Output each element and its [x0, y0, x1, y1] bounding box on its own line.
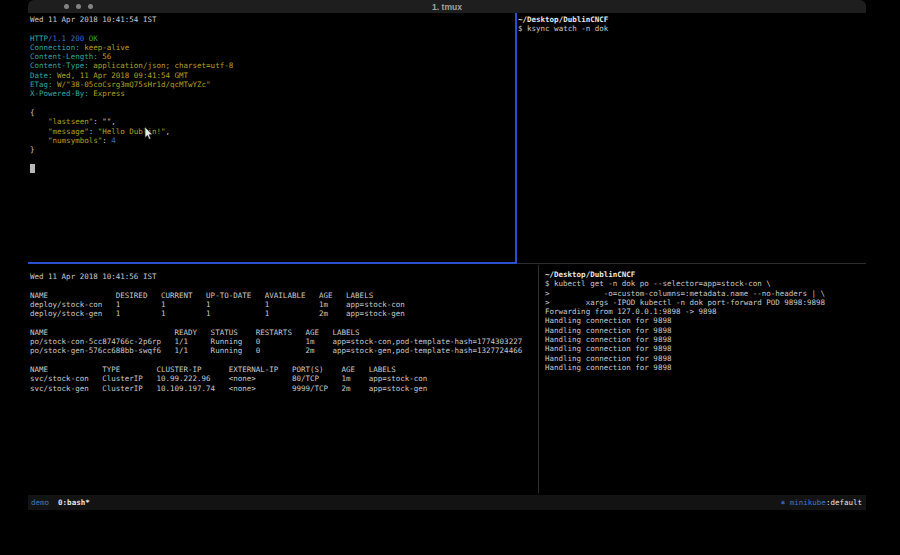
text-cursor	[30, 164, 35, 173]
terminal-text-segment: deploy/stock-gen 1 1 1 1 2m app=stock-ge…	[30, 309, 405, 318]
terminal-text-segment	[30, 127, 48, 136]
terminal-text-segment	[30, 136, 48, 145]
pane-border-horizontal-active	[28, 262, 517, 264]
terminal-text-segment: Handling connection for 9898	[545, 335, 671, 344]
status-right: ⎈ minikube:default	[781, 495, 862, 510]
terminal-text-segment: po/stock-gen-576cc688bb-swqf6 1/1 Runnin…	[30, 346, 522, 355]
terminal-line: "message": "Hello Dublin!",	[30, 127, 515, 136]
window-tab-bash[interactable]: 0:bash*	[58, 498, 90, 507]
terminal-text-segment: > xargs -IPOD kubectl -n dok port-forwar…	[545, 298, 825, 307]
terminal-text-segment: "numsymbols"	[48, 136, 102, 145]
terminal-text-segment: "lastseen"	[48, 117, 93, 126]
terminal-text-segment: ETag:	[30, 80, 53, 89]
terminal-line: "lastseen": "",	[30, 117, 515, 126]
terminal-line: po/stock-con-5cc874766c-2p6rp 1/1 Runnin…	[30, 337, 536, 346]
terminal-text-segment: $ kubectl get -n dok po --selector=app=s…	[545, 279, 771, 288]
terminal-line: Date: Wed, 11 Apr 2018 09:41:54 GMT	[30, 71, 515, 80]
terminal-text-segment: : "",	[93, 117, 116, 126]
tmux-pane-ksync[interactable]: ~/Desktop/DublinCNCF$ ksync watch -n dok	[518, 15, 864, 34]
terminal-line: Handling connection for 9898	[545, 335, 864, 344]
terminal-line: Wed 11 Apr 2018 10:41:54 IST	[30, 15, 515, 24]
terminal-text-segment: application/json; charset=utf-8	[89, 61, 234, 70]
terminal-text-segment: 4	[111, 136, 116, 145]
terminal-line: ~/Desktop/DublinCNCF	[545, 270, 864, 279]
terminal-text-segment: Handling connection for 9898	[545, 354, 671, 363]
terminal-text-segment: :	[102, 136, 111, 145]
terminal-line	[30, 356, 536, 365]
terminal-text-segment: NAME DESIRED CURRENT UP-TO-DATE AVAILABL…	[30, 291, 373, 300]
terminal-text-segment: ,	[165, 127, 170, 136]
terminal-text-segment: W/"38-05coCsrg3mQ75sHr1d/qcMTwYZc"	[53, 80, 211, 89]
terminal-text-segment: }	[30, 145, 35, 154]
terminal-text-segment: Wed, 11 Apr 2018 09:41:54 GMT	[53, 71, 188, 80]
terminal-line: }	[30, 145, 515, 154]
terminal-line: deploy/stock-gen 1 1 1 1 2m app=stock-ge…	[30, 309, 536, 318]
terminal-text-segment: deploy/stock-con 1 1 1 1 1m app=stock-co…	[30, 300, 405, 309]
terminal-text-segment: keep-alive	[80, 43, 130, 52]
terminal-line	[30, 154, 515, 163]
kube-namespace: :default	[826, 498, 862, 507]
terminal-line: Content-Length: 56	[30, 52, 515, 61]
terminal-text-segment: X-Powered-By:	[30, 89, 89, 98]
desktop: 1. tmux Wed 11 Apr 2018 10:41:54 ISTHTTP…	[0, 0, 900, 555]
terminal-text-segment: NAME READY STATUS RESTARTS AGE LABELS	[30, 328, 360, 337]
terminal-line	[30, 318, 536, 327]
terminal-text-segment: svc/stock-gen ClusterIP 10.109.197.74 <n…	[30, 384, 427, 393]
terminal-line: > -o=custom-columns=:metadata.name --no-…	[545, 289, 864, 298]
terminal-line	[30, 99, 515, 108]
session-name: demo	[31, 498, 49, 507]
terminal-line: Content-Type: application/json; charset=…	[30, 61, 515, 70]
terminal-line: Handling connection for 9898	[545, 344, 864, 353]
terminal-line: NAME READY STATUS RESTARTS AGE LABELS	[30, 328, 536, 337]
tmux-pane-kubectl-get[interactable]: Wed 11 Apr 2018 10:41:56 ISTNAME DESIRED…	[30, 272, 536, 393]
terminal-line: $ kubectl get -n dok po --selector=app=s…	[545, 279, 864, 288]
tmux-pane-port-forward[interactable]: ~/Desktop/DublinCNCF$ kubectl get -n dok…	[545, 270, 864, 372]
terminal-text-segment: $ ksync watch -n dok	[518, 24, 608, 33]
terminal-line: po/stock-gen-576cc688bb-swqf6 1/1 Runnin…	[30, 346, 536, 355]
terminal-window: 1. tmux Wed 11 Apr 2018 10:41:54 ISTHTTP…	[28, 0, 866, 511]
terminal-text-segment: HTTP	[30, 34, 48, 43]
terminal-text-segment: Date:	[30, 71, 53, 80]
pane-border-vertical-top	[515, 13, 517, 263]
terminal-text-segment: ~/Desktop/DublinCNCF	[545, 270, 635, 279]
terminal-line	[30, 281, 536, 290]
terminal-text-segment	[30, 117, 48, 126]
terminal-text-segment: "message"	[48, 127, 89, 136]
terminal-text-segment: Wed 11 Apr 2018 10:41:56 IST	[30, 272, 156, 281]
tmux-status-bar: demo 0:bash* ⎈ minikube:default	[28, 495, 866, 510]
terminal-line: Forwarding from 127.0.0.1:9898 -> 9898	[545, 307, 864, 316]
pane-border-vertical-bottom	[538, 265, 539, 493]
terminal-text-segment: Handling connection for 9898	[545, 363, 671, 372]
status-spacer	[49, 498, 58, 507]
terminal-text-segment: Forwarding from 127.0.0.1:9898 -> 9898	[545, 307, 717, 316]
terminal-text-segment: Handling connection for 9898	[545, 326, 671, 335]
terminal-line: ETag: W/"38-05coCsrg3mQ75sHr1d/qcMTwYZc"	[30, 80, 515, 89]
terminal-line: deploy/stock-con 1 1 1 1 1m app=stock-co…	[30, 300, 536, 309]
terminal-text-segment: /1.1 200	[48, 34, 84, 43]
mouse-cursor-icon	[144, 125, 153, 144]
window-titlebar[interactable]: 1. tmux	[28, 0, 866, 13]
terminal-line: NAME TYPE CLUSTER-IP EXTERNAL-IP PORT(S)…	[30, 365, 536, 374]
terminal-text-segment: Handling connection for 9898	[545, 344, 671, 353]
terminal-line	[30, 164, 515, 173]
terminal-line: HTTP/1.1 200 OK	[30, 34, 515, 43]
tmux-pane-http-response[interactable]: Wed 11 Apr 2018 10:41:54 ISTHTTP/1.1 200…	[30, 15, 515, 173]
terminal-line: ~/Desktop/DublinCNCF	[518, 15, 864, 24]
terminal-line: > xargs -IPOD kubectl -n dok port-forwar…	[545, 298, 864, 307]
terminal-line: "numsymbols": 4	[30, 136, 515, 145]
terminal-line: Connection: keep-alive	[30, 43, 515, 52]
terminal-text-segment: Wed 11 Apr 2018 10:41:54 IST	[30, 15, 156, 24]
terminal-text-segment: Content-Length:	[30, 52, 98, 61]
pane-border-horizontal-inactive	[517, 263, 866, 264]
terminal-text-segment: NAME TYPE CLUSTER-IP EXTERNAL-IP PORT(S)…	[30, 365, 396, 374]
terminal-line: Handling connection for 9898	[545, 316, 864, 325]
terminal-line: Wed 11 Apr 2018 10:41:56 IST	[30, 272, 536, 281]
terminal-line: Handling connection for 9898	[545, 326, 864, 335]
terminal-text-segment: "Hello Dublin!"	[98, 127, 166, 136]
window-title: 1. tmux	[28, 2, 866, 12]
terminal-line: $ ksync watch -n dok	[518, 24, 864, 33]
terminal-text-segment: > -o=custom-columns=:metadata.name --no-…	[545, 289, 825, 298]
terminal-text-segment: Connection:	[30, 43, 80, 52]
terminal-text-segment: svc/stock-con ClusterIP 10.99.222.96 <no…	[30, 374, 427, 383]
terminal-text-segment: OK	[89, 34, 98, 43]
